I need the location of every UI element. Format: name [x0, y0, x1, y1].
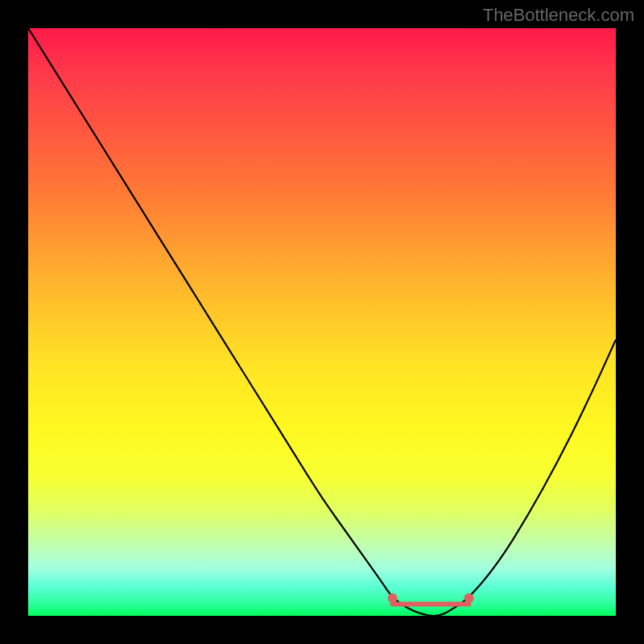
valley-dots	[388, 593, 474, 603]
valley-dot	[464, 593, 474, 603]
bottleneck-curve	[28, 28, 616, 616]
chart-plot-area	[28, 28, 616, 616]
chart-svg	[28, 28, 616, 616]
valley-dot	[388, 593, 398, 603]
attribution-text: TheBottleneck.com	[483, 5, 634, 26]
